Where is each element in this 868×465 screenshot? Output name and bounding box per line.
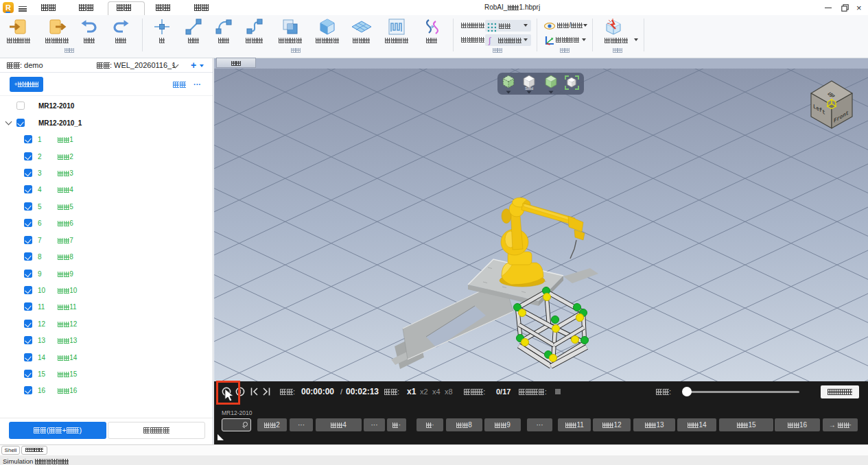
svg-text:Solid: Solid <box>525 86 533 91</box>
